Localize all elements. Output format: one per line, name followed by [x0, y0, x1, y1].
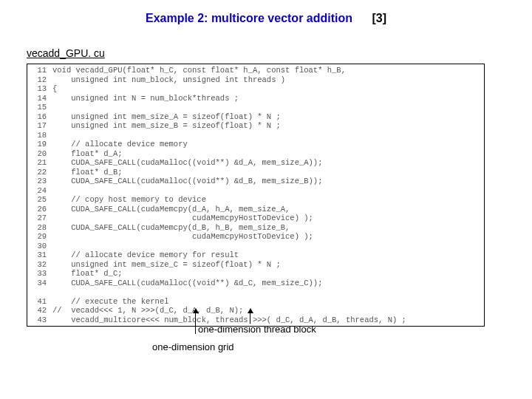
- annotation-thread-block: one-dimension thread block: [198, 324, 316, 335]
- slide-title: Example 2: multicore vector addition [3]: [0, 12, 532, 25]
- title-main: Example 2: multicore vector addition: [146, 12, 352, 24]
- arrow-to-threadblock-arg: [250, 309, 250, 324]
- slide: Example 2: multicore vector addition [3]…: [0, 0, 532, 399]
- arrow-to-grid-arg: [195, 309, 196, 334]
- annotation-grid: one-dimension grid: [152, 341, 234, 352]
- code-listing: 11void vecadd_GPU(float* h_C, const floa…: [27, 66, 484, 324]
- title-ref: [3]: [355, 12, 386, 24]
- source-filename: vecadd_GPU. cu: [27, 47, 105, 59]
- code-listing-box: 11void vecadd_GPU(float* h_C, const floa…: [27, 64, 485, 327]
